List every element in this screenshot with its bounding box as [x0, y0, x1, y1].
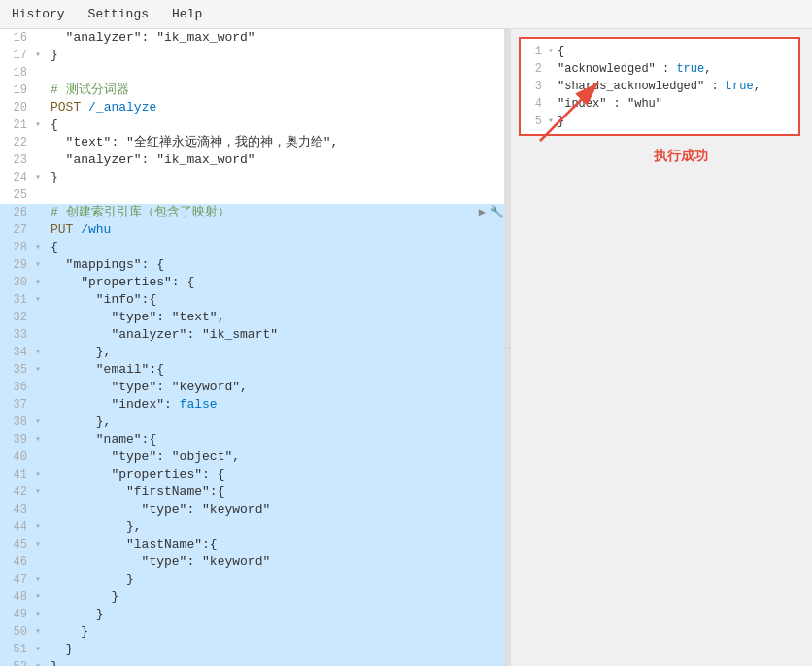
- fold-icon[interactable]: ▾: [35, 588, 49, 606]
- code-line-43: 43 "type": "keyword": [0, 501, 504, 518]
- line-number: 47: [0, 571, 35, 588]
- resp-line-number: 2: [528, 60, 548, 78]
- code-line-52: 52▾}: [0, 658, 504, 666]
- line-content: },: [49, 414, 504, 431]
- resp-line-content: "index" : "whu": [558, 95, 662, 113]
- line-number: 46: [0, 553, 35, 571]
- line-content: }: [49, 571, 504, 588]
- line-number: 21: [0, 117, 35, 134]
- line-number: 44: [0, 518, 35, 536]
- code-line-32: 32 "type": "text",: [0, 309, 504, 326]
- line-number: 25: [0, 186, 35, 204]
- code-line-33: 33 "analyzer": "ik_smart": [0, 326, 504, 344]
- line-content: },: [49, 518, 504, 536]
- line-content: "text": "全红禅永远滴神，我的神，奥力给",: [49, 134, 504, 151]
- line-number: 45: [0, 536, 35, 553]
- code-line-44: 44▾ },: [0, 518, 504, 536]
- line-number: 51: [0, 641, 35, 658]
- code-line-51: 51▾ }: [0, 641, 504, 658]
- fold-icon[interactable]: ▾: [35, 414, 49, 431]
- fold-icon[interactable]: ▾: [35, 47, 49, 64]
- resp-fold-icon[interactable]: ▾: [548, 113, 558, 130]
- line-content: "type": "keyword",: [49, 379, 504, 396]
- run-icon[interactable]: ▶: [479, 204, 486, 221]
- code-line-22: 22 "text": "全红禅永远滴神，我的神，奥力给",: [0, 134, 504, 151]
- resp-line-content: "shards_acknowledged" : true,: [558, 78, 761, 95]
- line-number: 34: [0, 344, 35, 361]
- menu-settings[interactable]: Settings: [85, 5, 152, 23]
- response-line: 1▾{: [528, 43, 791, 60]
- fold-icon[interactable]: ▾: [35, 518, 49, 536]
- line-content: # 创建索引引库（包含了映射）: [49, 204, 475, 221]
- code-line-28: 28▾{: [0, 239, 504, 256]
- line-content: "type": "text",: [49, 309, 504, 326]
- fold-icon[interactable]: ▾: [35, 641, 49, 658]
- line-number: 43: [0, 501, 35, 518]
- line-number: 16: [0, 29, 35, 47]
- line-content: "properties": {: [49, 274, 504, 291]
- fold-icon[interactable]: ▾: [35, 623, 49, 641]
- resp-line-number: 3: [528, 78, 548, 95]
- fold-icon[interactable]: ▾: [35, 466, 49, 483]
- line-number: 18: [0, 64, 35, 82]
- line-content: }: [49, 641, 504, 658]
- fold-icon[interactable]: ▾: [35, 117, 49, 134]
- resp-fold-icon[interactable]: [548, 60, 558, 78]
- fold-icon[interactable]: ▾: [35, 169, 49, 186]
- code-area[interactable]: 16 "analyzer": "ik_max_word"17▾}1819# 测试…: [0, 29, 504, 666]
- code-line-42: 42▾ "firstName":{: [0, 483, 504, 501]
- menu-help[interactable]: Help: [168, 5, 206, 23]
- fold-icon[interactable]: ▾: [35, 536, 49, 553]
- fold-icon[interactable]: ▾: [35, 606, 49, 623]
- line-number: 28: [0, 239, 35, 256]
- line-number: 30: [0, 274, 35, 291]
- line-content: "type": "object",: [49, 449, 504, 466]
- line-number: 39: [0, 431, 35, 449]
- resp-line-content: }: [558, 113, 564, 130]
- fold-icon[interactable]: ▾: [35, 256, 49, 274]
- fold-icon[interactable]: ▾: [35, 483, 49, 501]
- line-content: # 测试分词器: [49, 82, 504, 99]
- response-box: 1▾{2 "acknowledged" : true,3 "shards_ack…: [519, 37, 800, 136]
- main-layout: 16 "analyzer": "ik_max_word"17▾}1819# 测试…: [0, 29, 812, 666]
- editor-panel: 16 "analyzer": "ik_max_word"17▾}1819# 测试…: [0, 29, 505, 666]
- fold-icon[interactable]: ▾: [35, 361, 49, 379]
- line-content: POST /_analyze: [49, 99, 504, 117]
- line-content: "index": false: [49, 396, 504, 414]
- response-line: 4 "index" : "whu": [528, 95, 791, 113]
- tools-icon[interactable]: 🔧: [490, 204, 504, 221]
- resp-fold-icon[interactable]: ▾: [548, 43, 558, 60]
- resp-fold-icon[interactable]: [548, 95, 558, 113]
- line-content: "name":{: [49, 431, 504, 449]
- fold-icon[interactable]: ▾: [35, 274, 49, 291]
- resp-fold-icon[interactable]: [548, 78, 558, 95]
- line-content: }: [49, 47, 504, 64]
- resp-line-content: "acknowledged" : true,: [558, 60, 711, 78]
- line-content: "type": "keyword": [49, 553, 504, 571]
- menu-history[interactable]: History: [8, 5, 69, 23]
- line-content: }: [49, 606, 504, 623]
- fold-icon[interactable]: ▾: [35, 658, 49, 666]
- line-number: 37: [0, 396, 35, 414]
- code-line-20: 20POST /_analyze: [0, 99, 504, 117]
- fold-icon[interactable]: ▾: [35, 344, 49, 361]
- fold-icon[interactable]: ▾: [35, 571, 49, 588]
- code-line-41: 41▾ "properties": {: [0, 466, 504, 483]
- line-content: "type": "keyword": [49, 501, 504, 518]
- code-line-38: 38▾ },: [0, 414, 504, 431]
- success-label: 执行成功: [558, 148, 804, 165]
- line-content: "analyzer": "ik_max_word": [49, 29, 504, 47]
- code-line-24: 24▾}: [0, 169, 504, 186]
- fold-icon[interactable]: ▾: [35, 291, 49, 309]
- menubar: History Settings Help: [0, 0, 812, 29]
- code-line-49: 49▾ }: [0, 606, 504, 623]
- line-number: 31: [0, 291, 35, 309]
- code-line-47: 47▾ }: [0, 571, 504, 588]
- line-content: }: [49, 658, 504, 666]
- fold-icon[interactable]: ▾: [35, 239, 49, 256]
- line-number: 26: [0, 204, 35, 221]
- line-content: }: [49, 623, 504, 641]
- line-number: 50: [0, 623, 35, 641]
- line-number: 20: [0, 99, 35, 117]
- fold-icon[interactable]: ▾: [35, 431, 49, 449]
